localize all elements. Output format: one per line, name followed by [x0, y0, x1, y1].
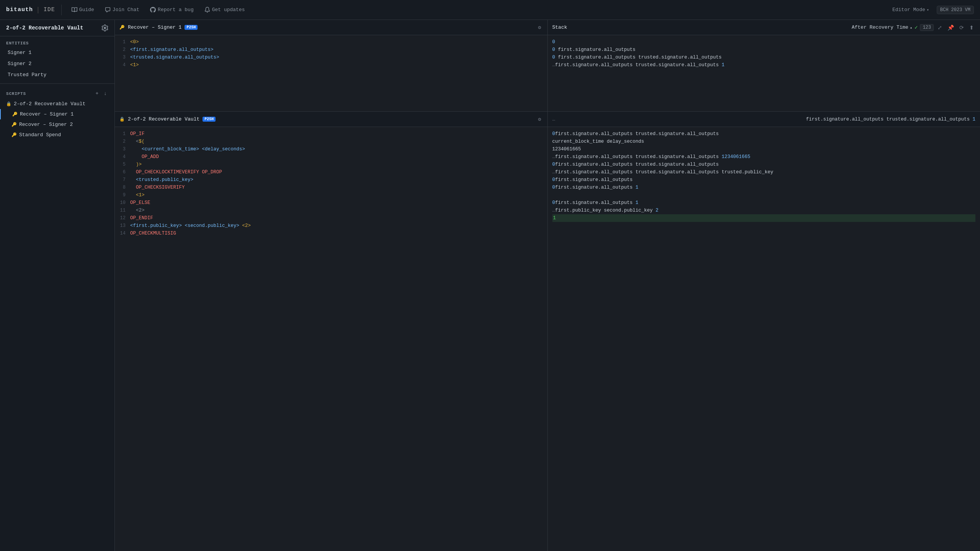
- top-panel: 🔑 Recover – Signer 1 P2SH ⚙ 1 <0> 2 <fir…: [115, 20, 980, 112]
- bottom-code-line-3: 3 <current_block_time> <delay_seconds>: [115, 145, 547, 153]
- signer2-label: Signer 2: [8, 61, 31, 67]
- join-chat-label: Join Chat: [113, 7, 139, 13]
- editor-mode-button[interactable]: Editor Mode ▾: [889, 5, 933, 14]
- stack-line-1: 0: [552, 38, 976, 46]
- script-item-recover-signer2[interactable]: 🔑 Recover – Signer 2: [0, 119, 114, 130]
- chevron-up-icon: ▴: [910, 25, 912, 30]
- code-line-1: 1 <0>: [115, 38, 547, 46]
- download-script-button[interactable]: ↓: [102, 90, 108, 97]
- script-item-recover-signer1[interactable]: 🔑 Recover – Signer 1: [0, 109, 114, 119]
- script-recover1-label: Recover – Signer 1: [20, 111, 74, 117]
- main-layout: 2-of-2 Recoverable Vault ENTITIES Signer…: [0, 20, 980, 551]
- bstack-line-10: 0 first.signature.all_outputs 1: [552, 199, 976, 207]
- bstack-line-9: [552, 191, 976, 199]
- bottom-code-line-13: 13 <first.public_key> <second.public_key…: [115, 222, 547, 230]
- bstack-line-8: 0 first.signature.all_outputs 1: [552, 184, 976, 191]
- guide-button[interactable]: Guide: [68, 5, 98, 14]
- top-stack-header: Stack After Recovery Time ▴ ✓ 123 ⤢ 📌 ⟳ …: [548, 20, 980, 35]
- bottom-code-line-2: 2 <$(: [115, 138, 547, 145]
- script-item-standard-spend[interactable]: 🔑 Standard Spend: [0, 130, 114, 140]
- code-line-4: 4 <1>: [115, 61, 547, 69]
- bottom-code-line-12: 12 OP_ENDIF: [115, 214, 547, 222]
- top-stack-pane: Stack After Recovery Time ▴ ✓ 123 ⤢ 📌 ⟳ …: [548, 20, 980, 111]
- code-line-3: 3 <trusted.signature.all_outputs>: [115, 54, 547, 61]
- bch-vm-badge: BCH 2023 VM: [937, 6, 974, 14]
- script-recover2-label: Recover – Signer 2: [19, 122, 73, 127]
- scripts-actions: + ↓: [94, 90, 108, 97]
- bottom-editor-header-left: 🔒 2-of-2 Recoverable Vault P2SH: [119, 116, 216, 122]
- bstack-line-4: … first.signature.all_outputs trusted.si…: [552, 153, 976, 161]
- content-area: 🔑 Recover – Signer 1 P2SH ⚙ 1 <0> 2 <fir…: [115, 20, 980, 551]
- recovery-time-dropdown[interactable]: After Recovery Time ▴: [852, 24, 912, 30]
- stack-num-badge: 123: [920, 24, 934, 31]
- key-icon-recover1: 🔑: [12, 112, 18, 117]
- script-vault-label: 2-of-2 Recoverable Vault: [14, 101, 85, 107]
- chat-icon: [105, 7, 111, 13]
- bottom-code-line-1: 1 OP_IF: [115, 130, 547, 138]
- stack-line-4: … first.signature.all_outputs trusted.si…: [552, 61, 976, 69]
- brand-ide: IDE: [44, 7, 55, 13]
- sidebar: 2-of-2 Recoverable Vault ENTITIES Signer…: [0, 20, 115, 551]
- stack-line-2: 0 first.signature.all_outputs: [552, 46, 976, 54]
- bottom-code-line-4: 4 OP_ADD: [115, 153, 547, 161]
- top-editor-code-area[interactable]: 1 <0> 2 <first.signature.all_outputs> 3 …: [115, 35, 547, 111]
- refresh-icon[interactable]: ⟳: [958, 24, 965, 31]
- bstack-line-7: 0 first.signature.all_outputs: [552, 176, 976, 184]
- bottom-editor-header: 🔒 2-of-2 Recoverable Vault P2SH ⚙: [115, 112, 547, 127]
- script-standard-label: Standard Spend: [19, 132, 61, 138]
- settings-icon[interactable]: [101, 24, 108, 31]
- bstack-line-12: 1: [552, 214, 976, 222]
- sidebar-divider: [0, 83, 114, 84]
- bottom-stack-pane: … first.signature.all_outputs trusted.si…: [548, 112, 980, 551]
- topnav: bitauth | IDE Guide Join Chat Report a b…: [0, 0, 980, 20]
- bottom-code-line-14: 14 OP_CHECKMULTISIG: [115, 230, 547, 237]
- share-icon[interactable]: ⬆: [968, 24, 975, 31]
- nav-divider: [61, 5, 62, 15]
- pin-icon[interactable]: 📌: [946, 24, 956, 31]
- bottom-editor-settings-button[interactable]: ⚙: [536, 116, 542, 123]
- top-stack-header-left: Stack: [552, 24, 567, 30]
- bell-icon: [204, 7, 210, 13]
- key-icon-recover2: 🔑: [11, 122, 17, 127]
- trusted-party-label: Trusted Party: [8, 72, 46, 78]
- script-item-vault[interactable]: 🔒 2-of-2 Recoverable Vault: [0, 99, 114, 109]
- top-stack-content: 0 0 first.signature.all_outputs 0 first.…: [548, 35, 980, 111]
- code-line-2: 2 <first.signature.all_outputs>: [115, 46, 547, 54]
- top-editor-header: 🔑 Recover – Signer 1 P2SH ⚙: [115, 20, 547, 35]
- bottom-editor-pane: 🔒 2-of-2 Recoverable Vault P2SH ⚙ 1 OP_I…: [115, 112, 548, 551]
- join-chat-button[interactable]: Join Chat: [101, 5, 143, 14]
- bottom-editor-badge: P2SH: [203, 117, 216, 122]
- report-bug-label: Report a bug: [158, 7, 194, 13]
- bottom-editor-lock-icon: 🔒: [119, 117, 125, 122]
- expand-icon[interactable]: ⤢: [936, 24, 944, 31]
- sidebar-header: 2-of-2 Recoverable Vault: [0, 20, 114, 36]
- brand-logo: bitauth | IDE: [6, 6, 55, 14]
- add-script-button[interactable]: +: [94, 90, 100, 97]
- bottom-panel: 🔒 2-of-2 Recoverable Vault P2SH ⚙ 1 OP_I…: [115, 112, 980, 551]
- bottom-code-line-6: 6 OP_CHECKLOCKTIMEVERIFY OP_DROP: [115, 168, 547, 176]
- top-editor-settings-button[interactable]: ⚙: [536, 24, 542, 31]
- sidebar-item-trusted-party[interactable]: Trusted Party: [0, 69, 114, 80]
- editor-mode-label: Editor Mode: [892, 7, 925, 13]
- stack-line-3: 0 first.signature.all_outputs trusted.si…: [552, 54, 976, 61]
- report-bug-button[interactable]: Report a bug: [146, 5, 198, 14]
- brand-bitauth: bitauth: [6, 7, 33, 13]
- bottom-stack-top-line: first.signature.all_outputs trusted.sign…: [806, 117, 975, 122]
- lock-icon: 🔒: [6, 101, 11, 106]
- sidebar-item-signer2[interactable]: Signer 2: [0, 58, 114, 69]
- key-icon-standard: 🔑: [11, 132, 17, 137]
- bstack-line-11: … first.public_key second.public_key 2: [552, 207, 976, 214]
- sidebar-item-signer1[interactable]: Signer 1: [0, 47, 114, 58]
- bstack-line-3: 1234061665: [552, 145, 976, 153]
- signer1-label: Signer 1: [8, 50, 31, 55]
- bottom-stack-content: 0 first.signature.all_outputs trusted.si…: [548, 127, 980, 551]
- top-editor-pane: 🔑 Recover – Signer 1 P2SH ⚙ 1 <0> 2 <fir…: [115, 20, 548, 111]
- bottom-code-line-11: 11 <2>: [115, 207, 547, 214]
- project-title: 2-of-2 Recoverable Vault: [6, 25, 83, 31]
- chevron-down-icon: ▾: [927, 8, 929, 12]
- topnav-right: Editor Mode ▾ BCH 2023 VM: [889, 5, 974, 14]
- bottom-editor-code-area[interactable]: 1 OP_IF 2 <$( 3 <current_block_time> <de…: [115, 127, 547, 551]
- bstack-line-1: 0 first.signature.all_outputs trusted.si…: [552, 130, 976, 138]
- scripts-header: SCRIPTS + ↓: [0, 87, 114, 99]
- get-updates-button[interactable]: Get updates: [201, 5, 249, 14]
